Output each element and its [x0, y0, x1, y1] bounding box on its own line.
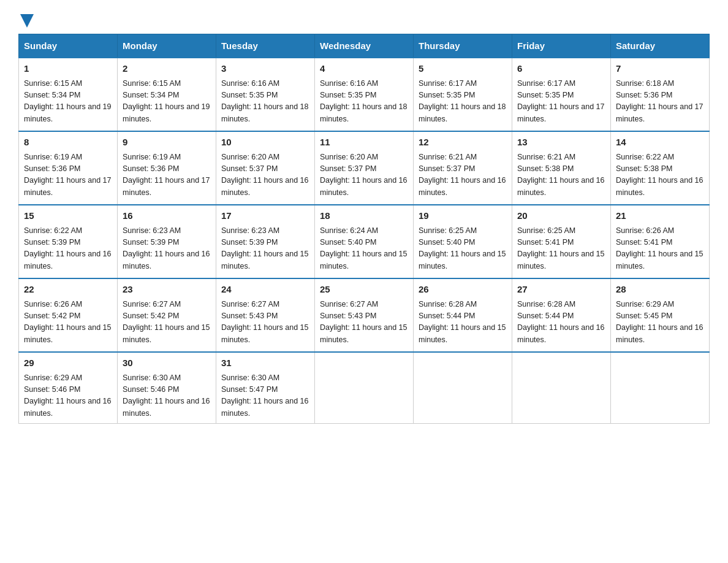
day-info: Sunrise: 6:29 AMSunset: 5:46 PMDaylight:…: [24, 373, 111, 418]
calendar-day: 11 Sunrise: 6:20 AMSunset: 5:37 PMDaylig…: [315, 131, 414, 205]
day-info: Sunrise: 6:18 AMSunset: 5:36 PMDaylight:…: [616, 79, 703, 123]
page-header: [18, 12, 710, 28]
calendar-day: 10 Sunrise: 6:20 AMSunset: 5:37 PMDaylig…: [216, 131, 315, 205]
day-number: 6: [517, 62, 605, 76]
day-number: 5: [419, 62, 507, 76]
day-number: 1: [24, 62, 112, 76]
day-number: 7: [616, 62, 704, 76]
day-info: Sunrise: 6:30 AMSunset: 5:47 PMDaylight:…: [221, 373, 308, 418]
svg-marker-0: [20, 14, 34, 28]
day-number: 12: [419, 136, 507, 150]
calendar-table: SundayMondayTuesdayWednesdayThursdayFrid…: [18, 34, 710, 424]
calendar-day: 18 Sunrise: 6:24 AMSunset: 5:40 PMDaylig…: [315, 205, 414, 278]
calendar-week-3: 15 Sunrise: 6:22 AMSunset: 5:39 PMDaylig…: [19, 205, 710, 278]
day-info: Sunrise: 6:28 AMSunset: 5:44 PMDaylight:…: [419, 300, 506, 344]
day-number: 21: [616, 209, 704, 223]
calendar-day: [315, 352, 414, 424]
day-info: Sunrise: 6:30 AMSunset: 5:46 PMDaylight:…: [123, 373, 210, 418]
day-number: 9: [123, 136, 211, 150]
calendar-day: 5 Sunrise: 6:17 AMSunset: 5:35 PMDayligh…: [414, 58, 512, 131]
calendar-day: 16 Sunrise: 6:23 AMSunset: 5:39 PMDaylig…: [118, 205, 216, 278]
col-header-thursday: Thursday: [414, 34, 512, 58]
day-info: Sunrise: 6:26 AMSunset: 5:41 PMDaylight:…: [616, 226, 703, 270]
calendar-day: 31 Sunrise: 6:30 AMSunset: 5:47 PMDaylig…: [216, 352, 315, 424]
day-number: 2: [123, 62, 211, 76]
day-info: Sunrise: 6:16 AMSunset: 5:35 PMDaylight:…: [221, 79, 308, 123]
day-number: 4: [320, 62, 408, 76]
calendar-day: 17 Sunrise: 6:23 AMSunset: 5:39 PMDaylig…: [216, 205, 315, 278]
day-number: 27: [517, 283, 605, 297]
calendar-week-4: 22 Sunrise: 6:26 AMSunset: 5:42 PMDaylig…: [19, 278, 710, 352]
day-number: 13: [517, 136, 605, 150]
col-header-saturday: Saturday: [611, 34, 710, 58]
day-info: Sunrise: 6:27 AMSunset: 5:42 PMDaylight:…: [123, 300, 210, 344]
logo-icon: [18, 12, 34, 28]
calendar-day: 23 Sunrise: 6:27 AMSunset: 5:42 PMDaylig…: [118, 278, 216, 352]
calendar-day: 26 Sunrise: 6:28 AMSunset: 5:44 PMDaylig…: [414, 278, 512, 352]
day-number: 22: [24, 283, 112, 297]
day-info: Sunrise: 6:20 AMSunset: 5:37 PMDaylight:…: [320, 153, 407, 197]
day-number: 3: [221, 62, 309, 76]
day-info: Sunrise: 6:16 AMSunset: 5:35 PMDaylight:…: [320, 79, 407, 123]
day-number: 11: [320, 136, 408, 150]
calendar-day: 4 Sunrise: 6:16 AMSunset: 5:35 PMDayligh…: [315, 58, 414, 131]
calendar-day: 14 Sunrise: 6:22 AMSunset: 5:38 PMDaylig…: [611, 131, 710, 205]
calendar-day: 27 Sunrise: 6:28 AMSunset: 5:44 PMDaylig…: [512, 278, 611, 352]
col-header-wednesday: Wednesday: [315, 34, 414, 58]
calendar-day: 1 Sunrise: 6:15 AMSunset: 5:34 PMDayligh…: [19, 58, 118, 131]
day-number: 16: [123, 209, 211, 223]
day-info: Sunrise: 6:19 AMSunset: 5:36 PMDaylight:…: [123, 153, 210, 197]
calendar-day: 19 Sunrise: 6:25 AMSunset: 5:40 PMDaylig…: [414, 205, 512, 278]
col-header-tuesday: Tuesday: [216, 34, 315, 58]
day-number: 8: [24, 136, 112, 150]
day-number: 31: [221, 356, 309, 370]
day-info: Sunrise: 6:25 AMSunset: 5:40 PMDaylight:…: [419, 226, 506, 270]
day-info: Sunrise: 6:24 AMSunset: 5:40 PMDaylight:…: [320, 226, 407, 270]
calendar-day: 21 Sunrise: 6:26 AMSunset: 5:41 PMDaylig…: [611, 205, 710, 278]
day-number: 17: [221, 209, 309, 223]
day-info: Sunrise: 6:25 AMSunset: 5:41 PMDaylight:…: [517, 226, 604, 270]
col-header-sunday: Sunday: [19, 34, 118, 58]
calendar-header-row: SundayMondayTuesdayWednesdayThursdayFrid…: [19, 34, 710, 58]
day-info: Sunrise: 6:21 AMSunset: 5:38 PMDaylight:…: [517, 153, 604, 197]
calendar-day: 24 Sunrise: 6:27 AMSunset: 5:43 PMDaylig…: [216, 278, 315, 352]
day-info: Sunrise: 6:20 AMSunset: 5:37 PMDaylight:…: [221, 153, 308, 197]
day-number: 15: [24, 209, 112, 223]
calendar-day: 29 Sunrise: 6:29 AMSunset: 5:46 PMDaylig…: [19, 352, 118, 424]
day-info: Sunrise: 6:19 AMSunset: 5:36 PMDaylight:…: [24, 153, 111, 197]
day-number: 30: [123, 356, 211, 370]
calendar-day: 22 Sunrise: 6:26 AMSunset: 5:42 PMDaylig…: [19, 278, 118, 352]
day-number: 14: [616, 136, 704, 150]
day-number: 25: [320, 283, 408, 297]
calendar-day: 15 Sunrise: 6:22 AMSunset: 5:39 PMDaylig…: [19, 205, 118, 278]
day-info: Sunrise: 6:26 AMSunset: 5:42 PMDaylight:…: [24, 300, 111, 344]
day-info: Sunrise: 6:17 AMSunset: 5:35 PMDaylight:…: [419, 79, 506, 123]
day-info: Sunrise: 6:23 AMSunset: 5:39 PMDaylight:…: [123, 226, 210, 270]
day-number: 20: [517, 209, 605, 223]
day-info: Sunrise: 6:15 AMSunset: 5:34 PMDaylight:…: [123, 79, 210, 123]
day-number: 26: [419, 283, 507, 297]
calendar-day: [414, 352, 512, 424]
calendar-day: 8 Sunrise: 6:19 AMSunset: 5:36 PMDayligh…: [19, 131, 118, 205]
day-info: Sunrise: 6:21 AMSunset: 5:37 PMDaylight:…: [419, 153, 506, 197]
calendar-day: [512, 352, 611, 424]
day-number: 24: [221, 283, 309, 297]
calendar-week-1: 1 Sunrise: 6:15 AMSunset: 5:34 PMDayligh…: [19, 58, 710, 131]
day-number: 10: [221, 136, 309, 150]
day-info: Sunrise: 6:23 AMSunset: 5:39 PMDaylight:…: [221, 226, 308, 270]
calendar-day: 9 Sunrise: 6:19 AMSunset: 5:36 PMDayligh…: [118, 131, 216, 205]
day-info: Sunrise: 6:29 AMSunset: 5:45 PMDaylight:…: [616, 300, 703, 344]
calendar-day: 25 Sunrise: 6:27 AMSunset: 5:43 PMDaylig…: [315, 278, 414, 352]
col-header-monday: Monday: [118, 34, 216, 58]
calendar-day: 6 Sunrise: 6:17 AMSunset: 5:35 PMDayligh…: [512, 58, 611, 131]
col-header-friday: Friday: [512, 34, 611, 58]
calendar-day: 2 Sunrise: 6:15 AMSunset: 5:34 PMDayligh…: [118, 58, 216, 131]
calendar-week-2: 8 Sunrise: 6:19 AMSunset: 5:36 PMDayligh…: [19, 131, 710, 205]
day-info: Sunrise: 6:22 AMSunset: 5:39 PMDaylight:…: [24, 226, 111, 270]
calendar-day: [611, 352, 710, 424]
day-info: Sunrise: 6:27 AMSunset: 5:43 PMDaylight:…: [221, 300, 308, 344]
day-info: Sunrise: 6:28 AMSunset: 5:44 PMDaylight:…: [517, 300, 604, 344]
day-number: 23: [123, 283, 211, 297]
calendar-day: 28 Sunrise: 6:29 AMSunset: 5:45 PMDaylig…: [611, 278, 710, 352]
logo-triangle-icon: [20, 14, 34, 28]
